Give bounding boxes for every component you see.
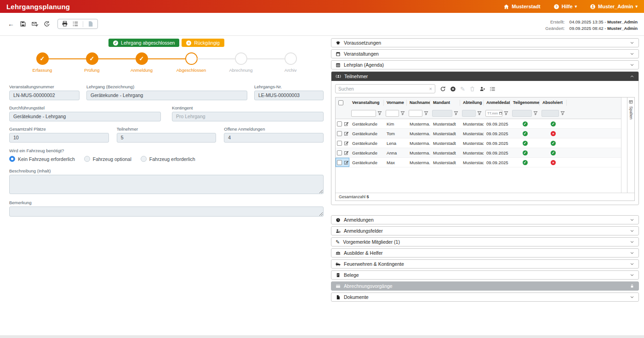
columns-icon xyxy=(629,100,633,104)
filter-funnel-icon[interactable] xyxy=(504,111,508,115)
vertical-scrollbar[interactable] xyxy=(621,97,627,193)
cell-nachname: Musterma... xyxy=(407,121,430,126)
help-menu[interactable]: ? Hilfe ▾ xyxy=(553,4,577,10)
filter-funnel-icon[interactable] xyxy=(424,111,428,115)
bemerkung-textarea[interactable] xyxy=(9,206,324,217)
mail-check-icon[interactable] xyxy=(32,21,38,27)
accordion-teilnehmer[interactable]: Teilnehmer xyxy=(331,72,638,81)
teilnehmer-field[interactable]: 5 xyxy=(117,133,217,143)
chevron-down-icon xyxy=(630,295,634,299)
edit-row-icon[interactable] xyxy=(344,160,349,165)
radio-fahrzeug-optional[interactable]: Fahrzeug optional xyxy=(84,156,131,162)
teilgenommen-badge: ✓ xyxy=(523,121,528,126)
gesamtzahl-plaetze-field[interactable]: 10 xyxy=(9,133,109,143)
lehrgang-abgeschlossen-button[interactable]: ✓ Lehrgang abgeschlossen xyxy=(108,39,179,47)
column-header-mandant[interactable]: Mandant xyxy=(430,100,460,106)
column-header-abteilung[interactable]: Abteilung xyxy=(460,100,484,106)
history-icon[interactable] xyxy=(44,21,50,27)
kontingent-field[interactable]: Pro Lehrgang xyxy=(172,112,324,121)
table-row[interactable]: GerätekundeKimMusterma...MusterstadtMust… xyxy=(336,119,621,129)
table-row[interactable]: GerätekundeLenaMusterma...MusterstadtMus… xyxy=(336,138,621,148)
tenant-menu[interactable]: Musterstadt xyxy=(503,4,540,10)
fahrzeug-radio-group: Kein Fahrzeug erforderlichFahrzeug optio… xyxy=(9,156,324,162)
column-header-teilgenommen[interactable]: Teilgenommen xyxy=(510,100,540,106)
accordion-vorgemerkte-mitglieder-1[interactable]: ✎Vorgemerkte Mitglieder (1) xyxy=(331,237,639,246)
durchfuehrungstitel-field[interactable]: Gerätekunde - Lehrgang xyxy=(9,112,161,121)
row-checkbox[interactable] xyxy=(337,150,342,155)
table-row[interactable]: GerätekundeTomMusterma...MusterstadtMust… xyxy=(336,129,621,138)
step-pr-fung: ✓Prüfung xyxy=(67,52,117,73)
table-row[interactable]: GerätekundeAnnaMusterma...MusterstadtMus… xyxy=(336,148,621,158)
accordion-ausbilder-helfer[interactable]: Ausbilder & Helfer xyxy=(331,248,639,258)
column-header-absolviert[interactable]: Absolviert xyxy=(540,100,567,106)
accordion-voraussetzungen[interactable]: Voraussetzungen xyxy=(331,38,639,47)
column-header-veranstaltung[interactable]: Veranstaltung xyxy=(349,100,384,106)
column-header-nachname[interactable]: Nachname xyxy=(407,100,430,106)
teilnehmer-grid: VeranstaltungVornameNachnameMandantAbtei… xyxy=(335,97,635,201)
filter-funnel-icon[interactable] xyxy=(400,111,405,115)
filter-funnel-icon[interactable] xyxy=(377,111,382,115)
accordion-abrechnungsvorg-nge: Abrechnungsvorgänge xyxy=(331,281,639,291)
chevron-down-icon xyxy=(630,218,634,222)
row-checkbox[interactable] xyxy=(337,141,342,146)
filter-input-nachname[interactable] xyxy=(409,110,422,117)
table-row[interactable]: GerätekundeMaxMusterma...MusterstadtMust… xyxy=(336,158,621,167)
filter-funnel-icon[interactable] xyxy=(560,111,565,115)
radio-kein-fahrzeug-erforderlich[interactable]: Kein Fahrzeug erforderlich xyxy=(9,156,75,162)
filter-input-vorname[interactable] xyxy=(386,110,399,117)
filter-input-veranstaltung[interactable] xyxy=(351,110,376,117)
veranstaltungsnummer-field[interactable]: LN-MUS-00000002 xyxy=(9,91,80,100)
spalten-tab[interactable]: Spalten xyxy=(627,97,634,193)
filter-date-anmeldedatum[interactable]: TT.mm xyxy=(485,110,502,117)
accordion-anmeldungen[interactable]: Anmeldungen xyxy=(331,215,639,224)
row-checkbox[interactable] xyxy=(337,131,342,136)
modified-datetime: 09.09.2025 08:42 - xyxy=(570,26,606,31)
user-menu[interactable]: Muster_Admin ▾ xyxy=(590,4,638,10)
save-icon[interactable] xyxy=(20,21,26,27)
accordion-dokumente[interactable]: Dokumente xyxy=(331,292,639,302)
row-checkbox[interactable] xyxy=(337,121,342,126)
offene-anmeldungen-field[interactable]: 4 xyxy=(224,133,324,143)
back-icon[interactable]: ← xyxy=(8,20,14,28)
person-add-icon[interactable] xyxy=(479,86,485,92)
accordion-label: Voraussetzungen xyxy=(344,40,381,46)
rueckgaengig-button[interactable]: × Rückgängig xyxy=(182,39,224,47)
list-check-icon[interactable] xyxy=(490,86,496,92)
list-icon[interactable] xyxy=(72,21,79,27)
accordion-anmeldungsfelder[interactable]: Anmeldungsfelder xyxy=(331,226,639,235)
lehrgangs-nr-field[interactable]: LE-MUS-00000003 xyxy=(254,91,324,100)
filter-funnel-icon[interactable] xyxy=(454,111,458,115)
print-icon[interactable] xyxy=(62,21,68,27)
accordion-feuerwehren-kontingente[interactable]: Feuerwehren & Kontingente xyxy=(331,259,639,269)
add-circle-icon[interactable] xyxy=(450,86,456,92)
accordion-veranstaltungen[interactable]: Veranstaltungen xyxy=(331,49,639,58)
search-input[interactable] xyxy=(338,86,429,92)
lehrgang-bezeichnung-field[interactable]: Gerätekunde - Lehrgang xyxy=(86,91,247,100)
edit-row-icon[interactable] xyxy=(344,150,349,155)
cell-abteilung: Musterstadt xyxy=(460,141,484,146)
accordion-lehrplan-agenda[interactable]: Lehrplan (Agenda) xyxy=(331,60,639,69)
filter-funnel-icon[interactable] xyxy=(477,111,482,115)
clear-search-icon[interactable]: × xyxy=(429,86,432,92)
select-all-checkbox[interactable] xyxy=(338,100,343,105)
beschreibung-textarea[interactable] xyxy=(9,175,324,194)
edit-row-icon[interactable] xyxy=(344,141,349,146)
edit-row-icon[interactable] xyxy=(344,131,349,136)
radio-dot xyxy=(9,156,15,162)
step-circle: ✓ xyxy=(36,52,49,65)
caret-down-icon: ▾ xyxy=(635,4,638,9)
calendar-icon[interactable] xyxy=(499,111,502,115)
edit-row-icon[interactable] xyxy=(344,121,349,126)
fahrzeug-label: Wird ein Fahrzeug benötigt? xyxy=(9,148,324,153)
filter-funnel-icon[interactable] xyxy=(533,111,538,115)
column-header-anmeldedatum[interactable]: Anmeldedatum xyxy=(484,100,510,106)
radio-fahrzeug-erforderlich[interactable]: Fahrzeug erforderlich xyxy=(141,156,195,162)
row-checkbox[interactable] xyxy=(337,160,342,165)
record-meta: Erstellt:04.09.2025 13:35 - Muster_Admin… xyxy=(545,19,638,32)
absolviert-badge: × xyxy=(551,131,556,136)
step-erfassung: ✓Erfassung xyxy=(17,52,67,73)
refresh-icon[interactable] xyxy=(440,86,446,92)
accordion-belege[interactable]: Belege xyxy=(331,270,639,280)
help-circle-icon: ? xyxy=(553,4,559,10)
column-header-vorname[interactable]: Vorname xyxy=(384,100,407,106)
